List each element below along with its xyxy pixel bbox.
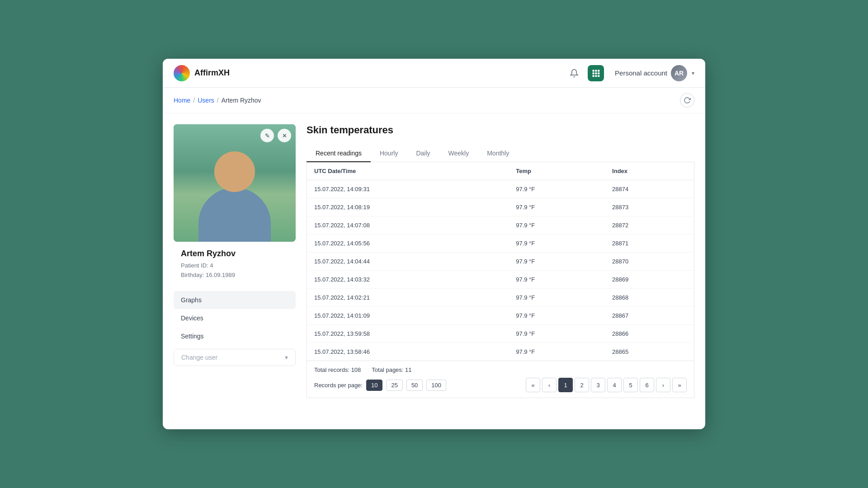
user-photo: ✎ ✕ — [174, 124, 296, 242]
col-header-index: Index — [605, 162, 694, 180]
table-row: 15.07.2022, 14:04:4497.9 °F28870 — [307, 253, 694, 271]
cell-index: 28870 — [605, 253, 694, 271]
breadcrumb-bar: Home / Users / Artem Ryzhov — [163, 88, 705, 113]
change-user-dropdown[interactable]: Change user ▾ — [174, 349, 296, 366]
tab-daily[interactable]: Daily — [407, 145, 439, 162]
svg-rect-6 — [593, 75, 594, 77]
user-patient-id: Patient ID: 4 — [181, 261, 288, 271]
breadcrumb-home[interactable]: Home — [174, 97, 190, 104]
cell-datetime: 15.07.2022, 14:08:19 — [307, 198, 509, 216]
cell-datetime: 15.07.2022, 14:09:31 — [307, 180, 509, 198]
svg-rect-7 — [595, 75, 597, 77]
tab-weekly[interactable]: Weekly — [439, 145, 478, 162]
page-5[interactable]: 5 — [623, 378, 638, 392]
cell-temp: 97.9 °F — [509, 253, 605, 271]
personal-account-label: Personal account — [615, 69, 667, 77]
table-row: 15.07.2022, 14:08:1997.9 °F28873 — [307, 198, 694, 216]
breadcrumb-users[interactable]: Users — [198, 97, 214, 104]
page-next[interactable]: › — [656, 378, 670, 392]
page-1[interactable]: 1 — [558, 378, 573, 392]
browser-window: AffirmXH — [163, 59, 705, 429]
table-row: 15.07.2022, 14:07:0897.9 °F28872 — [307, 216, 694, 235]
svg-rect-4 — [595, 72, 597, 74]
header-icons: Personal account AR ▾ — [568, 65, 694, 81]
breadcrumb-sep-1: / — [193, 97, 195, 104]
cell-datetime: 15.07.2022, 13:58:46 — [307, 343, 509, 361]
nav-item-graphs[interactable]: Graphs — [174, 291, 296, 309]
table-row: 15.07.2022, 14:03:3297.9 °F28869 — [307, 271, 694, 289]
cell-index: 28866 — [605, 325, 694, 343]
person-illustration — [198, 151, 271, 242]
table-row: 15.07.2022, 13:58:4697.9 °F28865 — [307, 343, 694, 361]
breadcrumb: Home / Users / Artem Ryzhov — [174, 97, 261, 104]
personal-account[interactable]: Personal account AR ▾ — [615, 65, 694, 81]
breadcrumb-sep-2: / — [217, 97, 219, 104]
cell-temp: 97.9 °F — [509, 216, 605, 235]
total-records: Total records: 108 — [314, 366, 361, 373]
nav-item-devices[interactable]: Devices — [174, 309, 296, 327]
logo-area: AffirmXH — [174, 65, 568, 81]
cell-datetime: 15.07.2022, 13:59:58 — [307, 325, 509, 343]
tab-recent-readings[interactable]: Recent readings — [307, 145, 371, 162]
page-buttons: « ‹ 1 2 3 4 5 6 › » — [526, 378, 687, 392]
main-content: ✎ ✕ Artem Ryzhov Patient ID: 4 Birthday:… — [163, 113, 705, 409]
table-row: 15.07.2022, 14:05:5697.9 °F28871 — [307, 235, 694, 253]
cell-index: 28873 — [605, 198, 694, 216]
svg-rect-5 — [598, 72, 599, 74]
table-row: 15.07.2022, 14:01:0997.9 °F28867 — [307, 307, 694, 325]
cell-temp: 97.9 °F — [509, 180, 605, 198]
grid-icon[interactable] — [588, 65, 604, 81]
col-header-datetime: UTC Date/Time — [307, 162, 509, 180]
page-first[interactable]: « — [526, 378, 540, 392]
header: AffirmXH — [163, 59, 705, 88]
cell-datetime: 15.07.2022, 14:02:21 — [307, 289, 509, 307]
page-prev[interactable]: ‹ — [542, 378, 557, 392]
cell-temp: 97.9 °F — [509, 289, 605, 307]
pagination-controls: Records per page: 10 25 50 100 « ‹ 1 2 3… — [314, 378, 687, 392]
svg-rect-8 — [598, 75, 599, 77]
person-body — [198, 188, 271, 242]
left-nav: Graphs Devices Settings Change user ▾ — [174, 291, 296, 366]
pagination-area: Total records: 108 Total pages: 11 Recor… — [307, 361, 694, 398]
records-info: Total records: 108 Total pages: 11 — [314, 366, 687, 373]
cell-temp: 97.9 °F — [509, 198, 605, 216]
cell-index: 28868 — [605, 289, 694, 307]
edit-photo-button[interactable]: ✎ — [260, 129, 274, 142]
user-info-box: Artem Ryzhov Patient ID: 4 Birthday: 16.… — [174, 242, 296, 287]
table-row: 15.07.2022, 13:59:5897.9 °F28866 — [307, 325, 694, 343]
left-panel: ✎ ✕ Artem Ryzhov Patient ID: 4 Birthday:… — [174, 124, 296, 398]
refresh-button[interactable] — [680, 93, 694, 108]
user-birthday: Birthday: 16.09.1989 — [181, 271, 288, 280]
tab-hourly[interactable]: Hourly — [371, 145, 407, 162]
cell-temp: 97.9 °F — [509, 343, 605, 361]
rpp-50[interactable]: 50 — [406, 380, 423, 391]
page-last[interactable]: » — [672, 378, 687, 392]
section-title: Skin temperatures — [307, 124, 694, 136]
cell-index: 28869 — [605, 271, 694, 289]
tab-monthly[interactable]: Monthly — [478, 145, 518, 162]
chevron-down-icon: ▾ — [692, 70, 694, 76]
remove-photo-button[interactable]: ✕ — [278, 129, 291, 142]
cell-temp: 97.9 °F — [509, 325, 605, 343]
nav-item-settings[interactable]: Settings — [174, 327, 296, 345]
page-2[interactable]: 2 — [575, 378, 589, 392]
cell-temp: 97.9 °F — [509, 235, 605, 253]
cell-index: 28871 — [605, 235, 694, 253]
svg-rect-2 — [598, 70, 599, 71]
total-pages: Total pages: 11 — [372, 366, 411, 373]
page-3[interactable]: 3 — [591, 378, 605, 392]
page-6[interactable]: 6 — [640, 378, 654, 392]
data-table: UTC Date/Time Temp Index 15.07.2022, 14:… — [307, 162, 694, 361]
rpp-25[interactable]: 25 — [386, 380, 402, 391]
cell-temp: 97.9 °F — [509, 271, 605, 289]
change-user-label: Change user — [181, 354, 217, 361]
cell-datetime: 15.07.2022, 14:04:44 — [307, 253, 509, 271]
page-4[interactable]: 4 — [607, 378, 622, 392]
records-per-page: Records per page: 10 25 50 100 — [314, 380, 446, 391]
svg-rect-0 — [593, 70, 594, 71]
tabs: Recent readings Hourly Daily Weekly Mont… — [307, 145, 694, 162]
bell-icon[interactable] — [568, 67, 580, 80]
rpp-100[interactable]: 100 — [426, 380, 446, 391]
cell-temp: 97.9 °F — [509, 307, 605, 325]
rpp-10[interactable]: 10 — [366, 380, 382, 391]
